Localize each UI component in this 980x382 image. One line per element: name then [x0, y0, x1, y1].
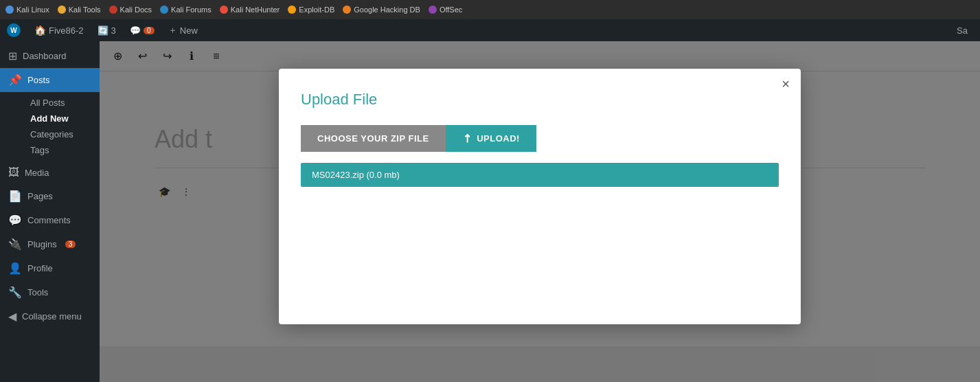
- main-layout: ⊞ Dashboard 📌 Posts All Posts Add New Ca…: [0, 41, 980, 382]
- sidebar-sub-categories[interactable]: Categories: [25, 126, 100, 142]
- sidebar-item-dashboard[interactable]: ⊞ Dashboard: [0, 44, 100, 68]
- browser-offsec[interactable]: OffSec: [429, 5, 462, 14]
- browser-kali-docs[interactable]: Kali Docs: [109, 5, 152, 14]
- dashboard-icon: ⊞: [8, 49, 17, 63]
- upload-button[interactable]: ↗ UPLOAD!: [446, 125, 536, 152]
- sidebar-item-tools[interactable]: 🔧 Tools: [0, 280, 100, 304]
- upload-modal: × Upload File CHOOSE YOUR ZIP FILE ↗ UPL…: [279, 69, 801, 324]
- profile-icon: 👤: [8, 262, 22, 275]
- browser-kali-forums[interactable]: Kali Forums: [160, 5, 212, 14]
- media-icon: 🖼: [8, 166, 19, 179]
- admin-bar-site[interactable]: 🏠 Five86-2: [29, 19, 89, 41]
- content-area: ⊕ ↩ ↪ ℹ ≡ Add t 🎓 ⋮: [100, 41, 980, 382]
- file-item: MS02423.zip (0.0 mb): [301, 163, 779, 187]
- sidebar-item-media[interactable]: 🖼 Media: [0, 161, 100, 184]
- modal-title: Upload File: [301, 91, 779, 109]
- browser-bar: Kali Linux Kali Tools Kali Docs Kali For…: [0, 0, 980, 19]
- sidebar-item-pages[interactable]: 📄 Pages: [0, 184, 100, 208]
- sidebar: ⊞ Dashboard 📌 Posts All Posts Add New Ca…: [0, 41, 100, 382]
- sidebar-sub-tags[interactable]: Tags: [25, 142, 100, 158]
- admin-bar-comments[interactable]: 🔄 3: [92, 19, 122, 41]
- sidebar-sub-add-new[interactable]: Add New: [25, 111, 100, 126]
- browser-kali-nethunter[interactable]: Kali NetHunter: [220, 5, 280, 14]
- sidebar-item-plugins[interactable]: 🔌 Plugins 3: [0, 232, 100, 256]
- sidebar-item-comments[interactable]: 💬 Comments: [0, 208, 100, 232]
- choose-zip-button[interactable]: CHOOSE YOUR ZIP FILE: [301, 125, 446, 152]
- plugins-icon: 🔌: [8, 238, 22, 251]
- modal-close-button[interactable]: ×: [782, 77, 790, 91]
- pages-icon: 📄: [8, 190, 22, 203]
- comments-icon: 💬: [8, 214, 22, 227]
- admin-bar-messages[interactable]: 💬 0: [124, 19, 160, 41]
- browser-exploit-db[interactable]: Exploit-DB: [288, 5, 334, 14]
- sidebar-item-collapse[interactable]: ◀ Collapse menu: [0, 304, 100, 328]
- posts-submenu: All Posts Add New Categories Tags: [0, 92, 100, 161]
- wp-admin-bar: W 🏠 Five86-2 🔄 3 💬 0 ＋ New Sa: [0, 19, 980, 41]
- sidebar-item-profile[interactable]: 👤 Profile: [0, 256, 100, 280]
- collapse-icon: ◀: [8, 310, 16, 323]
- tools-icon: 🔧: [8, 286, 22, 299]
- posts-icon: 📌: [8, 74, 22, 87]
- wp-logo[interactable]: W: [7, 23, 21, 37]
- browser-ghdb[interactable]: Google Hacking DB: [343, 5, 420, 14]
- sidebar-item-posts[interactable]: 📌 Posts: [0, 68, 100, 92]
- sidebar-sub-all-posts[interactable]: All Posts: [25, 95, 100, 111]
- browser-kali-tools[interactable]: Kali Tools: [58, 5, 101, 14]
- browser-kali-linux[interactable]: Kali Linux: [5, 5, 49, 14]
- upload-arrow-icon: ↗: [459, 131, 475, 146]
- admin-bar-save[interactable]: Sa: [951, 19, 973, 41]
- admin-bar-new[interactable]: ＋ New: [163, 19, 203, 41]
- modal-overlay: × Upload File CHOOSE YOUR ZIP FILE ↗ UPL…: [100, 41, 980, 382]
- modal-buttons: CHOOSE YOUR ZIP FILE ↗ UPLOAD!: [301, 125, 779, 152]
